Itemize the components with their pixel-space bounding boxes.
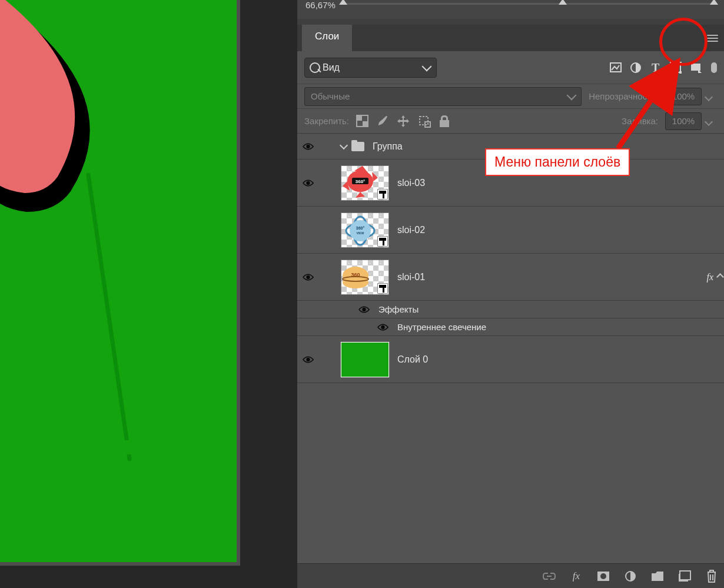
svg-text:360°: 360° xyxy=(356,226,365,230)
panel-tabs: Слои xyxy=(297,19,724,51)
layers-bottom-toolbar: fx xyxy=(297,563,724,588)
svg-point-25 xyxy=(350,220,371,241)
svg-rect-16 xyxy=(420,117,428,125)
layer-row-sloi-01[interactable]: 360 sloi-01 fx xyxy=(297,254,724,301)
filter-adjustment-icon[interactable] xyxy=(629,61,643,75)
smart-object-icon xyxy=(377,283,388,294)
visibility-toggle[interactable] xyxy=(356,305,371,314)
visibility-toggle[interactable] xyxy=(297,179,318,187)
fill-value: 100% xyxy=(665,112,702,130)
svg-rect-7 xyxy=(670,62,672,64)
link-layers-icon[interactable] xyxy=(543,570,556,583)
tab-layers[interactable]: Слои xyxy=(302,25,352,51)
layer-row-background[interactable]: Слой 0 xyxy=(297,336,724,383)
layer-list: Группа 360° sloi-03 xyxy=(297,133,724,563)
panel-menu-button[interactable] xyxy=(700,25,724,51)
layers-panel: 66,67% Слои Вид T xyxy=(297,0,724,588)
layer-thumbnail[interactable]: 360 xyxy=(341,260,389,295)
svg-rect-14 xyxy=(357,116,362,121)
svg-rect-10 xyxy=(679,71,682,74)
layer-filter-row: Вид T xyxy=(297,51,724,84)
filter-kind-select[interactable]: Вид xyxy=(304,58,437,78)
blend-mode-select: Обычные xyxy=(304,87,582,106)
svg-point-34 xyxy=(381,325,384,328)
visibility-toggle[interactable] xyxy=(375,323,390,331)
chevron-down-icon xyxy=(422,61,432,71)
document-canvas-region[interactable] xyxy=(0,0,297,588)
visibility-toggle[interactable] xyxy=(297,356,318,364)
lock-position-icon[interactable] xyxy=(397,115,410,128)
chevron-down-icon xyxy=(567,90,577,100)
svg-point-18 xyxy=(306,144,310,148)
visibility-toggle[interactable] xyxy=(297,142,318,151)
layer-name[interactable]: sloi-02 xyxy=(397,225,425,235)
layer-thumbnail[interactable]: 360°VIEW xyxy=(341,212,389,248)
layer-thumbnail[interactable]: 360° xyxy=(341,165,389,201)
group-row[interactable]: Группа xyxy=(297,134,724,160)
fx-indicator[interactable]: fx xyxy=(706,272,713,283)
effects-header-row[interactable]: Эффекты xyxy=(297,301,724,318)
layer-row-sloi-02[interactable]: 360°VIEW sloi-02 xyxy=(297,207,724,254)
blend-mode-value: Обычные xyxy=(311,91,350,101)
adjustment-layer-icon[interactable] xyxy=(624,570,637,583)
filter-toggle-icon[interactable] xyxy=(711,62,717,73)
chevron-down-icon[interactable] xyxy=(340,141,348,150)
folder-icon xyxy=(351,142,364,151)
smart-object-icon xyxy=(377,236,388,247)
filter-kind-label: Вид xyxy=(323,62,340,73)
zoom-slider-row: 66,67% xyxy=(297,0,724,19)
effect-row-inner-glow[interactable]: Внутреннее свечение xyxy=(297,318,724,336)
svg-rect-39 xyxy=(680,571,690,580)
layer-name[interactable]: sloi-01 xyxy=(397,272,425,283)
zoom-slider-max-icon xyxy=(710,0,718,5)
lock-artboard-icon[interactable] xyxy=(418,115,431,128)
zoom-slider-min-icon xyxy=(339,0,347,5)
filter-text-icon[interactable]: T xyxy=(649,61,663,75)
tab-layers-label: Слои xyxy=(315,31,339,42)
layer-mask-icon[interactable] xyxy=(597,570,610,583)
blend-opacity-row: Обычные Непрозрачность: 100% xyxy=(297,84,724,108)
hamburger-icon xyxy=(707,38,718,39)
zoom-slider[interactable] xyxy=(341,0,716,14)
fill-label: Заливка: xyxy=(622,116,658,126)
new-group-icon[interactable] xyxy=(651,570,664,583)
svg-text:360: 360 xyxy=(351,272,360,278)
filter-shape-icon[interactable] xyxy=(669,61,683,75)
canvas[interactable] xyxy=(0,0,240,566)
svg-rect-2 xyxy=(0,440,144,446)
group-label[interactable]: Группа xyxy=(373,141,403,152)
svg-point-33 xyxy=(362,307,366,311)
svg-point-30 xyxy=(343,277,368,288)
zoom-slider-handle-icon[interactable] xyxy=(559,0,567,5)
layer-thumbnail[interactable] xyxy=(341,342,389,377)
layer-name[interactable]: sloi-03 xyxy=(397,178,425,188)
lock-label: Закрепить: xyxy=(304,116,349,126)
effects-label: Эффекты xyxy=(378,304,419,314)
svg-text:VIEW: VIEW xyxy=(357,231,364,235)
svg-text:T: T xyxy=(652,62,660,74)
effect-name: Внутреннее свечение xyxy=(397,322,486,332)
layer-name[interactable]: Слой 0 xyxy=(397,354,428,365)
lock-transparency-icon[interactable] xyxy=(356,115,368,127)
layer-row-sloi-03[interactable]: 360° sloi-03 xyxy=(297,160,724,207)
new-layer-icon[interactable] xyxy=(678,570,691,583)
lock-fill-row: Закрепить: Заливка: 100% xyxy=(297,108,724,133)
delete-layer-icon[interactable] xyxy=(705,570,718,583)
lock-pixels-icon[interactable] xyxy=(377,115,388,128)
svg-point-35 xyxy=(306,357,310,361)
svg-point-19 xyxy=(306,181,310,184)
lock-all-icon[interactable] xyxy=(439,115,450,128)
opacity-value: 100% xyxy=(665,88,702,105)
opacity-label: Непрозрачность: xyxy=(589,91,658,101)
svg-point-37 xyxy=(600,573,606,579)
svg-rect-15 xyxy=(363,121,367,126)
svg-rect-11 xyxy=(691,64,700,71)
visibility-toggle[interactable] xyxy=(297,273,318,281)
svg-rect-6 xyxy=(671,63,680,72)
svg-rect-8 xyxy=(679,62,682,64)
svg-text:360°: 360° xyxy=(356,179,366,184)
fx-menu-icon[interactable]: fx xyxy=(570,570,583,583)
filter-pixel-icon[interactable] xyxy=(609,61,623,75)
smart-object-icon xyxy=(377,189,388,200)
filter-smart-icon[interactable] xyxy=(689,61,703,75)
